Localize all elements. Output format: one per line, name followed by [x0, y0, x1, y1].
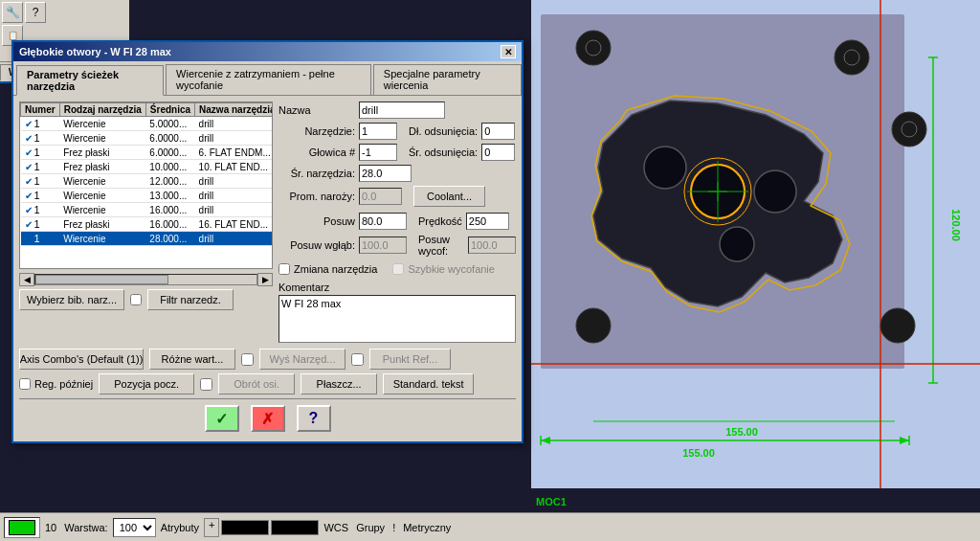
table-row[interactable]: ✔1 Wiercenie 5.0000... drill [21, 117, 274, 131]
sr-narzedzia-input[interactable] [359, 165, 412, 182]
szybkie-wycofanie-checkbox[interactable] [392, 263, 404, 275]
layer-color-box [4, 517, 40, 538]
svg-text:155.00: 155.00 [682, 447, 715, 459]
komentarz-textarea[interactable]: W FI 28 max [278, 295, 516, 343]
dialog-tab-1[interactable]: Wiercenie z zatrzymaniem - pełne wycofan… [166, 64, 371, 95]
table-row[interactable]: ✔1 Wiercenie 16.000... drill [21, 203, 274, 217]
dl-input[interactable] [481, 123, 515, 140]
wys-narzed-button[interactable]: Wyś Narzęd... [259, 349, 345, 370]
row-check-icon: ✔ [25, 219, 33, 230]
svg-point-24 [754, 170, 796, 213]
table-row[interactable]: ✔1 Frez płaski 6.0000... 6. FLAT ENDM... [21, 146, 274, 160]
obrot-osi-button[interactable]: Obrót osi. [218, 373, 295, 394]
cell-numer: ✔1 [21, 217, 60, 232]
close-button[interactable]: ✕ [501, 45, 516, 58]
narzedzie-label: Narzędzie: [278, 125, 355, 137]
cell-srednica: 6.0000... [145, 131, 194, 146]
svg-point-30 [576, 308, 611, 343]
dialog-tab-2[interactable]: Specjalne parametry wiercenia [373, 64, 522, 95]
cell-rodzaj: Wiercenie [59, 189, 145, 203]
cell-srednica: 5.0000... [145, 117, 194, 131]
scroll-right[interactable]: ▶ [257, 273, 273, 286]
svg-point-31 [880, 308, 915, 343]
posuw-input[interactable] [359, 213, 407, 230]
zmiana-checkbox-row: Zmiana narzędzia [278, 263, 377, 275]
plaszcz-button[interactable]: Płaszcz... [301, 373, 377, 394]
status-bar: 10 Warstwa: 100 Atrybuty + WCS Grupy ! M… [0, 512, 980, 541]
warstwa-label: Warstwa: [61, 522, 110, 533]
cell-rodzaj: Frez płaski [59, 217, 145, 232]
punkt-ref-checkbox[interactable] [351, 353, 364, 366]
dialog-tab-0[interactable]: Parametry ścieżek narzędzia [16, 65, 164, 96]
cell-nazwa: 10. FLAT END... [195, 160, 273, 174]
reg-pozniej-checkbox[interactable] [19, 378, 31, 390]
cell-nazwa: drill [195, 232, 273, 246]
svg-point-25 [720, 227, 754, 261]
table-row[interactable]: ✔1 Frez płaski 10.000... 10. FLAT END... [21, 160, 274, 174]
rozne-wart-button[interactable]: Różne wart... [149, 349, 235, 370]
cell-numer: ✔1 [21, 117, 60, 131]
line-width [271, 520, 319, 535]
help-button[interactable]: ? [297, 405, 331, 432]
cell-numer: ✔1 [21, 203, 60, 217]
pozycja-pocz-button[interactable]: Pozycja pocz. [99, 373, 194, 394]
tool-table: Numer Rodzaj narzędzia Średnica Nazwa na… [20, 102, 273, 246]
glowica-input[interactable] [359, 144, 397, 161]
help-icon: ? [309, 410, 319, 427]
cell-srednica: 16.000... [145, 217, 194, 232]
zmiana-label: Zmiana narzędzia [294, 263, 377, 275]
toolbar-btn-2[interactable]: ? [25, 2, 46, 23]
wys-narzed-checkbox[interactable] [241, 353, 254, 366]
dl-label: Dł. odsunięcia: [409, 125, 478, 137]
wybierz-bib-button[interactable]: Wybierz bib. narz... [19, 289, 124, 310]
table-row[interactable]: ✔1 Frez płaski 16.000... 16. FLAT END... [21, 217, 274, 232]
sr-odsuniecia-input[interactable] [481, 144, 515, 161]
filtr-checkbox[interactable] [130, 294, 142, 305]
sr-narzedzia-label: Śr. narzędzia: [278, 168, 355, 179]
posuw-wglab-input[interactable] [359, 237, 407, 254]
table-row[interactable]: ✔1 Wiercenie 12.000... drill [21, 174, 274, 189]
table-row[interactable]: ✔1 Wiercenie 13.000... drill [21, 189, 274, 203]
scroll-left[interactable]: ◀ [19, 273, 34, 286]
sr-odsuniecia-label: Śr. odsunięcia: [409, 147, 478, 158]
cell-numer: ▶1 [21, 232, 60, 246]
cell-numer: ✔1 [21, 160, 60, 174]
cell-rodzaj: Wiercenie [59, 117, 145, 131]
cancel-icon: ✗ [261, 410, 274, 428]
dialog-body: Numer Rodzaj narzędzia Średnica Nazwa na… [13, 96, 522, 441]
prom-label: Prom. naroży: [278, 191, 355, 202]
warstwa-select[interactable]: 100 [113, 518, 156, 537]
obrot-osi-checkbox[interactable] [200, 378, 212, 391]
table-row[interactable]: ✔1 Wiercenie 6.0000... drill [21, 131, 274, 146]
cell-srednica: 12.000... [145, 174, 194, 189]
atrybuty-plus-btn[interactable]: + [204, 518, 219, 537]
axis-combo-button[interactable]: Axis Combo's (Default (1)) [19, 349, 144, 370]
cell-numer: ✔1 [21, 174, 60, 189]
narzedzie-input[interactable] [359, 123, 397, 140]
prom-input[interactable] [359, 188, 402, 205]
table-row[interactable]: ▶1 Wiercenie 28.000... drill [21, 232, 274, 246]
layer-color-swatch [9, 520, 35, 535]
nazwa-label: Nazwa [278, 104, 355, 116]
nazwa-input[interactable] [359, 101, 445, 119]
svg-point-18 [835, 40, 869, 75]
dialog-titlebar: Głębokie otwory - W FI 28 max ✕ [13, 42, 522, 61]
comment-section: Komentarz W FI 28 max [278, 282, 516, 345]
filtr-narzedz-button[interactable]: Filtr narzedz. [147, 289, 234, 310]
cancel-button[interactable]: ✗ [251, 405, 285, 432]
toolbar-btn-1[interactable]: 🔧 [2, 2, 23, 23]
svg-text:120.00: 120.00 [950, 209, 962, 241]
col-srednica: Średnica [145, 103, 194, 117]
zmiana-narzedzia-checkbox[interactable] [278, 263, 290, 275]
params-form: Nazwa Narzędzie: Dł. odsunięcia: Głowica… [278, 101, 516, 345]
predkosc-input[interactable] [466, 213, 509, 230]
standard-tekst-button[interactable]: Standard. tekst [383, 373, 474, 394]
punkt-ref-button[interactable]: Punkt Ref... [369, 349, 451, 370]
cell-nazwa: drill [195, 131, 273, 146]
cell-srednica: 13.000... [145, 189, 194, 203]
svg-point-22 [644, 147, 686, 189]
posuw-wycof-input[interactable] [468, 237, 516, 254]
coolant-button[interactable]: Coolant... [413, 186, 485, 207]
ok-button[interactable]: ✓ [205, 405, 239, 432]
h-scrollbar[interactable]: ◀ ▶ [19, 273, 273, 286]
